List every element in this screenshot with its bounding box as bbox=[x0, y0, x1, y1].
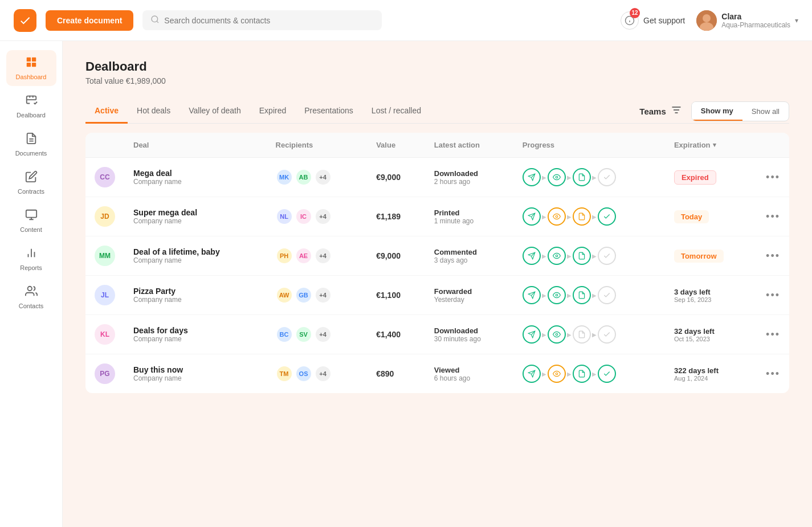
expiry-cell: 32 days leftOct 15, 2023 bbox=[665, 315, 757, 354]
sidebar-item-reports-label: Reports bbox=[20, 264, 42, 271]
chevron-down-icon: ▾ bbox=[795, 17, 798, 24]
action-cell: Forwarded Yesterday bbox=[425, 276, 513, 315]
action-cell: Viewed 6 hours ago bbox=[425, 354, 513, 394]
expiry-cell: 322 days leftAug 1, 2024 bbox=[665, 354, 757, 394]
more-actions-cell[interactable]: ••• bbox=[757, 315, 789, 354]
recipients-cell: PHAE+4 bbox=[267, 236, 368, 276]
sidebar-item-contacts[interactable]: Contacts bbox=[6, 279, 56, 315]
svg-point-34 bbox=[556, 333, 558, 336]
sidebar-item-dashboard[interactable]: Dashboard bbox=[6, 50, 56, 86]
action-cell: Commented 3 days ago bbox=[425, 236, 513, 276]
svg-point-16 bbox=[27, 287, 31, 291]
expiry-days: 3 days leftSep 16, 2023 bbox=[674, 288, 748, 303]
action-name: Printed bbox=[434, 209, 504, 217]
recipient-more: +4 bbox=[315, 365, 332, 382]
th-recipients: Recipients bbox=[267, 133, 368, 158]
th-expiration[interactable]: Expiration ▾ bbox=[665, 133, 757, 158]
th-value: Value bbox=[367, 133, 425, 158]
create-document-button[interactable]: Create document bbox=[46, 10, 133, 31]
main-content: Dealboard Total value €1,989,000 Active … bbox=[63, 41, 812, 527]
action-name: Downloaded bbox=[434, 326, 504, 335]
recipients-cell: BCSV+4 bbox=[267, 315, 368, 354]
search-icon bbox=[150, 15, 160, 26]
table-row[interactable]: KL Deals for days Company name BCSV+4 €1… bbox=[85, 315, 789, 354]
sidebar: Dashboard Dealboard Documents Contracts bbox=[0, 41, 63, 527]
expiry-days: 322 days leftAug 1, 2024 bbox=[674, 366, 748, 382]
deal-avatar: CC bbox=[95, 167, 115, 187]
more-actions-cell[interactable]: ••• bbox=[757, 236, 789, 276]
user-name: Clara bbox=[721, 12, 790, 21]
search-input[interactable] bbox=[164, 16, 374, 25]
search-bar[interactable] bbox=[142, 10, 382, 30]
tab-expired[interactable]: Expired bbox=[250, 99, 295, 124]
more-actions-button[interactable]: ••• bbox=[766, 171, 780, 183]
sort-expiry-icon: ▾ bbox=[713, 141, 716, 149]
sidebar-item-contracts[interactable]: Contracts bbox=[6, 165, 56, 201]
recipient-avatar: BC bbox=[276, 326, 293, 343]
more-actions-button[interactable]: ••• bbox=[766, 211, 780, 223]
sidebar-item-reports[interactable]: Reports bbox=[6, 241, 56, 277]
deal-company: Company name bbox=[133, 335, 258, 343]
value-cell: €1,400 bbox=[367, 315, 425, 354]
progress-cell: ▶▶▶ bbox=[513, 354, 665, 394]
more-actions-button[interactable]: ••• bbox=[766, 368, 780, 380]
progress-cell: ▶▶▶ bbox=[513, 276, 665, 315]
more-actions-cell[interactable]: ••• bbox=[757, 276, 789, 315]
recipient-more: +4 bbox=[315, 326, 332, 343]
action-time: 6 hours ago bbox=[434, 374, 504, 382]
get-support-button[interactable]: 12 Get support bbox=[621, 11, 685, 30]
table-row[interactable]: MM Deal of a lifetime, baby Company name… bbox=[85, 236, 789, 276]
value-cell: €890 bbox=[367, 354, 425, 394]
support-badge: 12 bbox=[630, 8, 640, 18]
table-row[interactable]: PG Buy this now Company name TMOS+4 €890… bbox=[85, 354, 789, 394]
svg-point-28 bbox=[556, 255, 558, 257]
recipient-avatar: GB bbox=[295, 287, 312, 304]
user-menu[interactable]: Clara Aqua-Pharmaceuticals ▾ bbox=[696, 10, 798, 31]
action-time: 30 minutes ago bbox=[434, 335, 504, 343]
progress-cell: ▶▶▶ bbox=[513, 158, 665, 197]
sidebar-item-content[interactable]: Content bbox=[6, 203, 56, 239]
tab-active[interactable]: Active bbox=[85, 99, 128, 124]
tab-presentations[interactable]: Presentations bbox=[295, 99, 362, 124]
user-info: Clara Aqua-Pharmaceuticals bbox=[721, 12, 790, 29]
more-actions-button[interactable]: ••• bbox=[766, 329, 780, 341]
more-actions-cell[interactable]: ••• bbox=[757, 158, 789, 197]
recipient-more: +4 bbox=[315, 287, 332, 304]
deal-avatar-cell: CC bbox=[85, 158, 124, 197]
table-row[interactable]: JL Pizza Party Company name AWGB+4 €1,10… bbox=[85, 276, 789, 315]
more-actions-button[interactable]: ••• bbox=[766, 289, 780, 301]
svg-point-0 bbox=[152, 16, 158, 22]
reports-icon bbox=[25, 247, 38, 262]
expiry-badge: Tomorrow bbox=[674, 250, 724, 263]
more-actions-cell[interactable]: ••• bbox=[757, 197, 789, 236]
action-cell: Downloaded 2 hours ago bbox=[425, 158, 513, 197]
more-actions-button[interactable]: ••• bbox=[766, 250, 780, 262]
deal-avatar-cell: JL bbox=[85, 276, 124, 315]
sidebar-item-documents-label: Documents bbox=[15, 150, 47, 157]
support-label: Get support bbox=[643, 16, 685, 25]
filter-icon[interactable] bbox=[671, 104, 682, 119]
teams-label: Teams bbox=[639, 107, 666, 116]
recipient-avatar: NL bbox=[276, 208, 293, 225]
tab-hot-deals[interactable]: Hot deals bbox=[128, 99, 179, 124]
show-my-button[interactable]: Show my bbox=[692, 102, 742, 121]
svg-rect-9 bbox=[31, 63, 35, 67]
th-avatar bbox=[85, 133, 124, 158]
sidebar-item-dealboard[interactable]: Dealboard bbox=[6, 88, 56, 124]
show-all-button[interactable]: Show all bbox=[742, 103, 789, 120]
app-logo[interactable] bbox=[14, 9, 36, 32]
table-row[interactable]: JD Super mega deal Company name NLIC+4 €… bbox=[85, 197, 789, 236]
tab-lost[interactable]: Lost / recalled bbox=[362, 99, 430, 124]
page-title: Dealboard bbox=[85, 59, 789, 74]
deal-name-cell: Pizza Party Company name bbox=[124, 276, 267, 315]
sidebar-item-documents[interactable]: Documents bbox=[6, 126, 56, 162]
top-nav: Create document 12 Get support bbox=[0, 0, 812, 41]
tab-valley[interactable]: Valley of death bbox=[179, 99, 250, 124]
recipient-avatar: OS bbox=[295, 365, 312, 382]
documents-icon bbox=[25, 132, 38, 148]
expiry-cell: Expired bbox=[665, 158, 757, 197]
table-row[interactable]: CC Mega deal Company name MKAB+4 €9,000 … bbox=[85, 158, 789, 197]
action-name: Viewed bbox=[434, 366, 504, 374]
more-actions-cell[interactable]: ••• bbox=[757, 354, 789, 394]
action-time: 3 days ago bbox=[434, 256, 504, 264]
